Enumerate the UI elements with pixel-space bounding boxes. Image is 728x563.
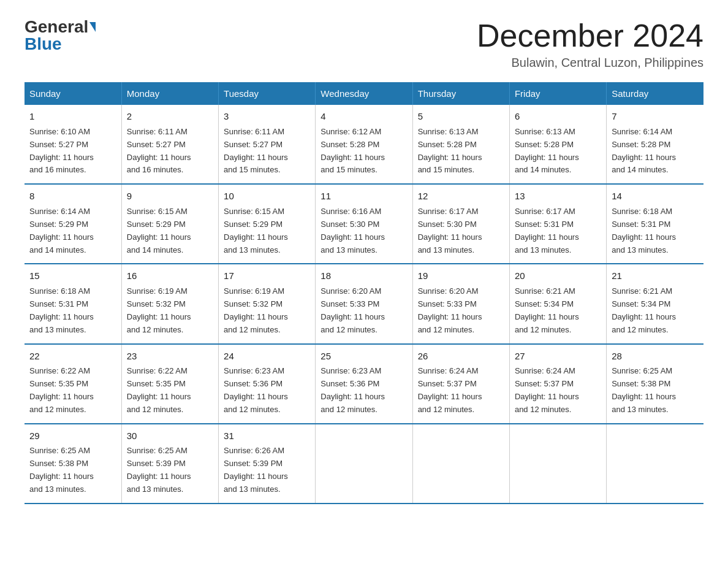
day-info: Sunrise: 6:21 AMSunset: 5:34 PMDaylight:… xyxy=(612,286,676,334)
day-info: Sunrise: 6:13 AMSunset: 5:28 PMDaylight:… xyxy=(515,127,579,175)
day-number: 22 xyxy=(29,350,116,363)
calendar-cell: 25Sunrise: 6:23 AMSunset: 5:36 PMDayligh… xyxy=(316,344,412,424)
calendar-cell: 1Sunrise: 6:10 AMSunset: 5:27 PMDaylight… xyxy=(25,105,121,184)
calendar-cell: 15Sunrise: 6:18 AMSunset: 5:31 PMDayligh… xyxy=(25,264,121,343)
day-info: Sunrise: 6:10 AMSunset: 5:27 PMDaylight:… xyxy=(29,127,94,175)
day-number: 26 xyxy=(418,350,504,363)
day-info: Sunrise: 6:11 AMSunset: 5:27 PMDaylight:… xyxy=(127,127,191,175)
calendar-cell: 10Sunrise: 6:15 AMSunset: 5:29 PMDayligh… xyxy=(219,184,316,264)
col-header-friday: Friday xyxy=(509,82,606,105)
day-info: Sunrise: 6:22 AMSunset: 5:35 PMDaylight:… xyxy=(29,366,94,414)
calendar-cell: 13Sunrise: 6:17 AMSunset: 5:31 PMDayligh… xyxy=(509,184,606,264)
day-number: 23 xyxy=(127,350,213,363)
calendar-cell: 7Sunrise: 6:14 AMSunset: 5:28 PMDaylight… xyxy=(607,105,703,184)
logo-blue-text: Blue xyxy=(25,36,62,53)
day-info: Sunrise: 6:16 AMSunset: 5:30 PMDaylight:… xyxy=(320,207,385,255)
calendar-cell: 20Sunrise: 6:21 AMSunset: 5:34 PMDayligh… xyxy=(509,264,606,343)
day-number: 2 xyxy=(127,110,213,123)
col-header-wednesday: Wednesday xyxy=(316,82,412,105)
week-row-5: 29Sunrise: 6:25 AMSunset: 5:38 PMDayligh… xyxy=(25,424,703,504)
calendar-cell: 9Sunrise: 6:15 AMSunset: 5:29 PMDaylight… xyxy=(121,184,218,264)
calendar-cell: 26Sunrise: 6:24 AMSunset: 5:37 PMDayligh… xyxy=(412,344,509,424)
col-header-thursday: Thursday xyxy=(412,82,509,105)
day-number: 30 xyxy=(127,429,213,443)
day-number: 25 xyxy=(320,350,407,363)
title-block: December 2024 Bulawin, Central Luzon, Ph… xyxy=(477,18,703,70)
day-info: Sunrise: 6:25 AMSunset: 5:38 PMDaylight:… xyxy=(29,446,94,494)
day-info: Sunrise: 6:18 AMSunset: 5:31 PMDaylight:… xyxy=(29,286,94,334)
day-number: 18 xyxy=(320,269,407,283)
day-number: 17 xyxy=(224,269,310,283)
day-number: 10 xyxy=(224,190,310,203)
day-info: Sunrise: 6:20 AMSunset: 5:33 PMDaylight:… xyxy=(418,286,482,334)
day-number: 9 xyxy=(127,190,213,203)
day-info: Sunrise: 6:25 AMSunset: 5:38 PMDaylight:… xyxy=(612,366,676,414)
logo-general-text: General xyxy=(25,18,88,36)
calendar-cell: 8Sunrise: 6:14 AMSunset: 5:29 PMDaylight… xyxy=(25,184,121,264)
day-info: Sunrise: 6:24 AMSunset: 5:37 PMDaylight:… xyxy=(418,366,482,414)
day-number: 13 xyxy=(515,190,601,203)
calendar-table: SundayMondayTuesdayWednesdayThursdayFrid… xyxy=(25,82,703,504)
day-number: 5 xyxy=(418,110,504,123)
week-row-1: 1Sunrise: 6:10 AMSunset: 5:27 PMDaylight… xyxy=(25,105,703,184)
day-info: Sunrise: 6:25 AMSunset: 5:39 PMDaylight:… xyxy=(127,446,191,494)
day-info: Sunrise: 6:24 AMSunset: 5:37 PMDaylight:… xyxy=(515,366,579,414)
day-info: Sunrise: 6:12 AMSunset: 5:28 PMDaylight:… xyxy=(320,127,385,175)
calendar-cell xyxy=(607,424,703,504)
day-info: Sunrise: 6:15 AMSunset: 5:29 PMDaylight:… xyxy=(127,207,191,255)
month-title: December 2024 xyxy=(477,18,703,53)
location-title: Bulawin, Central Luzon, Philippines xyxy=(477,56,703,70)
day-number: 7 xyxy=(612,110,699,123)
day-info: Sunrise: 6:20 AMSunset: 5:33 PMDaylight:… xyxy=(320,286,385,334)
day-number: 4 xyxy=(320,110,407,123)
day-info: Sunrise: 6:17 AMSunset: 5:30 PMDaylight:… xyxy=(418,207,482,255)
calendar-cell: 29Sunrise: 6:25 AMSunset: 5:38 PMDayligh… xyxy=(25,424,121,504)
calendar-cell: 19Sunrise: 6:20 AMSunset: 5:33 PMDayligh… xyxy=(412,264,509,343)
col-header-saturday: Saturday xyxy=(607,82,703,105)
day-info: Sunrise: 6:23 AMSunset: 5:36 PMDaylight:… xyxy=(224,366,288,414)
calendar-cell: 23Sunrise: 6:22 AMSunset: 5:35 PMDayligh… xyxy=(121,344,218,424)
calendar-cell: 2Sunrise: 6:11 AMSunset: 5:27 PMDaylight… xyxy=(121,105,218,184)
week-row-2: 8Sunrise: 6:14 AMSunset: 5:29 PMDaylight… xyxy=(25,184,703,264)
day-info: Sunrise: 6:13 AMSunset: 5:28 PMDaylight:… xyxy=(418,127,482,175)
day-number: 20 xyxy=(515,269,601,283)
day-number: 21 xyxy=(612,269,699,283)
calendar-cell: 21Sunrise: 6:21 AMSunset: 5:34 PMDayligh… xyxy=(607,264,703,343)
day-info: Sunrise: 6:15 AMSunset: 5:29 PMDaylight:… xyxy=(224,207,288,255)
day-info: Sunrise: 6:17 AMSunset: 5:31 PMDaylight:… xyxy=(515,207,579,255)
calendar-cell: 31Sunrise: 6:26 AMSunset: 5:39 PMDayligh… xyxy=(219,424,316,504)
day-info: Sunrise: 6:23 AMSunset: 5:36 PMDaylight:… xyxy=(320,366,385,414)
calendar-header-row: SundayMondayTuesdayWednesdayThursdayFrid… xyxy=(25,82,703,105)
day-number: 16 xyxy=(127,269,213,283)
day-info: Sunrise: 6:14 AMSunset: 5:28 PMDaylight:… xyxy=(612,127,676,175)
day-number: 15 xyxy=(29,269,116,283)
day-number: 1 xyxy=(29,110,116,123)
day-number: 28 xyxy=(612,350,699,363)
col-header-monday: Monday xyxy=(121,82,218,105)
logo: General Blue xyxy=(25,18,96,53)
calendar-cell: 27Sunrise: 6:24 AMSunset: 5:37 PMDayligh… xyxy=(509,344,606,424)
calendar-cell xyxy=(316,424,412,504)
day-number: 24 xyxy=(224,350,310,363)
calendar-cell: 22Sunrise: 6:22 AMSunset: 5:35 PMDayligh… xyxy=(25,344,121,424)
day-info: Sunrise: 6:19 AMSunset: 5:32 PMDaylight:… xyxy=(127,286,191,334)
day-number: 11 xyxy=(320,190,407,203)
day-number: 19 xyxy=(418,269,504,283)
calendar-cell: 14Sunrise: 6:18 AMSunset: 5:31 PMDayligh… xyxy=(607,184,703,264)
day-info: Sunrise: 6:18 AMSunset: 5:31 PMDaylight:… xyxy=(612,207,676,255)
calendar-cell: 30Sunrise: 6:25 AMSunset: 5:39 PMDayligh… xyxy=(121,424,218,504)
day-info: Sunrise: 6:21 AMSunset: 5:34 PMDaylight:… xyxy=(515,286,579,334)
day-number: 8 xyxy=(29,190,116,203)
calendar-cell: 18Sunrise: 6:20 AMSunset: 5:33 PMDayligh… xyxy=(316,264,412,343)
day-number: 29 xyxy=(29,429,116,443)
day-number: 12 xyxy=(418,190,504,203)
calendar-cell: 24Sunrise: 6:23 AMSunset: 5:36 PMDayligh… xyxy=(219,344,316,424)
day-info: Sunrise: 6:19 AMSunset: 5:32 PMDaylight:… xyxy=(224,286,288,334)
calendar-cell: 3Sunrise: 6:11 AMSunset: 5:27 PMDaylight… xyxy=(219,105,316,184)
calendar-cell: 5Sunrise: 6:13 AMSunset: 5:28 PMDaylight… xyxy=(412,105,509,184)
calendar-cell xyxy=(412,424,509,504)
calendar-cell: 12Sunrise: 6:17 AMSunset: 5:30 PMDayligh… xyxy=(412,184,509,264)
col-header-sunday: Sunday xyxy=(25,82,121,105)
calendar-cell: 17Sunrise: 6:19 AMSunset: 5:32 PMDayligh… xyxy=(219,264,316,343)
calendar-cell: 28Sunrise: 6:25 AMSunset: 5:38 PMDayligh… xyxy=(607,344,703,424)
